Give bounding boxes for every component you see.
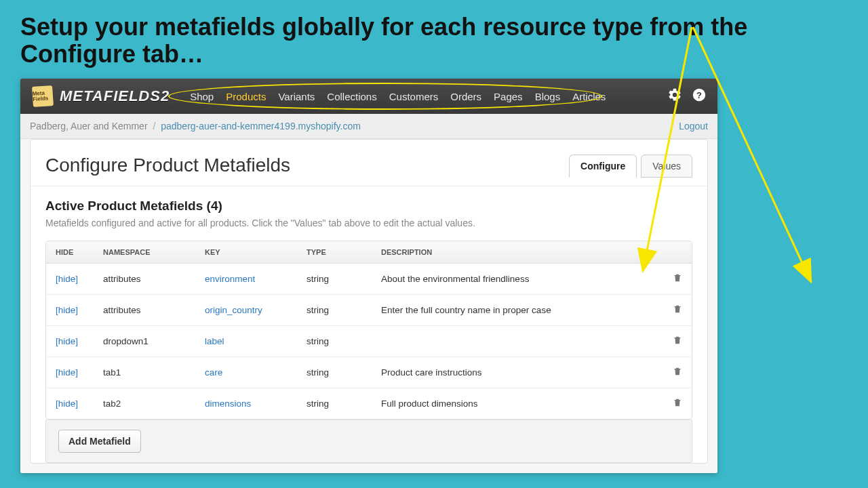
hide-link[interactable]: hide	[56, 399, 78, 409]
brand-name: METAFIELDS2	[60, 87, 170, 105]
cell-namespace: tab2	[94, 388, 195, 419]
help-icon[interactable]: ?	[692, 87, 707, 105]
gear-icon[interactable]	[667, 87, 682, 105]
cell-type: string	[297, 326, 372, 357]
delete-icon[interactable]	[663, 264, 692, 295]
logo-badge-icon: Meta Fields	[32, 85, 54, 107]
cell-type: string	[297, 388, 372, 419]
table-row: hidetab2dimensionsstringFull product dim…	[46, 388, 692, 419]
delete-icon[interactable]	[663, 357, 692, 388]
hide-link[interactable]: hide	[56, 305, 78, 315]
table-row: hidedropdown1labelstring	[46, 326, 692, 357]
th-description: DESCRIPTION	[372, 241, 663, 264]
marketing-headline: Setup your metafields globally for each …	[0, 0, 868, 74]
tabs: Configure Values	[569, 155, 692, 178]
cell-type: string	[297, 357, 372, 388]
nav-customers[interactable]: Customers	[389, 91, 439, 102]
breadcrumb-bar: Padberg, Auer and Kemmer / padberg-auer-…	[20, 114, 717, 139]
cell-namespace: tab1	[94, 357, 195, 388]
key-link[interactable]: care	[205, 367, 222, 378]
key-link[interactable]: label	[205, 336, 224, 346]
delete-icon[interactable]	[663, 388, 692, 419]
cell-namespace: dropdown1	[94, 326, 195, 357]
navbar: Meta Fields METAFIELDS2 Shop Products Va…	[20, 79, 717, 114]
cell-description	[372, 326, 663, 357]
nav-orders[interactable]: Orders	[450, 91, 481, 102]
key-link[interactable]: dimensions	[205, 399, 251, 409]
key-link[interactable]: origin_country	[205, 305, 262, 315]
subheader-desc: Metafields configured and active for all…	[45, 218, 692, 228]
key-link[interactable]: environment	[205, 274, 255, 284]
nav-products[interactable]: Products	[226, 91, 266, 102]
table-row: hideattributesenvironmentstringAbout the…	[46, 264, 692, 295]
th-hide: HIDE	[46, 241, 94, 264]
cell-type: string	[297, 295, 372, 326]
th-key: KEY	[195, 241, 297, 264]
logout-link[interactable]: Logout	[679, 121, 708, 131]
nav-shop[interactable]: Shop	[190, 91, 214, 102]
content-panel: Configure Product Metafields Configure V…	[30, 139, 708, 464]
metafields-table: HIDE NAMESPACE KEY TYPE DESCRIPTION hide…	[45, 241, 692, 420]
nav-variants[interactable]: Variants	[278, 91, 315, 102]
breadcrumb-store: Padberg, Auer and Kemmer	[30, 121, 148, 131]
svg-text:?: ?	[696, 90, 702, 100]
add-metafield-button[interactable]: Add Metafield	[58, 430, 141, 453]
tab-configure[interactable]: Configure	[569, 155, 637, 178]
cell-description: Full product dimensions	[372, 388, 663, 419]
cell-namespace: attributes	[94, 264, 195, 295]
delete-icon[interactable]	[663, 295, 692, 326]
hide-link[interactable]: hide	[56, 336, 78, 346]
nav-articles[interactable]: Articles	[572, 91, 606, 102]
breadcrumb-sep: /	[153, 121, 155, 131]
nav-pages[interactable]: Pages	[494, 91, 523, 102]
cell-description: Product care instructions	[372, 357, 663, 388]
app-window: Meta Fields METAFIELDS2 Shop Products Va…	[20, 79, 717, 473]
tab-values[interactable]: Values	[641, 155, 692, 178]
add-row: Add Metafield	[45, 420, 692, 463]
table-row: hidetab1carestringProduct care instructi…	[46, 357, 692, 388]
page-title: Configure Product Metafields	[45, 155, 290, 176]
cell-description: About the environmental friendliness	[372, 264, 663, 295]
cell-namespace: attributes	[94, 295, 195, 326]
table-row: hideattributesorigin_countrystringEnter …	[46, 295, 692, 326]
breadcrumb-domain-link[interactable]: padberg-auer-and-kemmer4199.myshopify.co…	[161, 121, 361, 131]
cell-type: string	[297, 264, 372, 295]
nav-blogs[interactable]: Blogs	[535, 91, 561, 102]
nav-collections[interactable]: Collections	[327, 91, 376, 102]
hide-link[interactable]: hide	[56, 274, 78, 284]
th-namespace: NAMESPACE	[94, 241, 195, 264]
hide-link[interactable]: hide	[56, 367, 78, 378]
subheader-title: Active Product Metafields (4)	[45, 199, 692, 214]
cell-description: Enter the full country name in proper ca…	[372, 295, 663, 326]
nav-items: Shop Products Variants Collections Custo…	[190, 91, 606, 102]
th-type: TYPE	[297, 241, 372, 264]
delete-icon[interactable]	[663, 326, 692, 357]
th-actions	[663, 241, 692, 264]
